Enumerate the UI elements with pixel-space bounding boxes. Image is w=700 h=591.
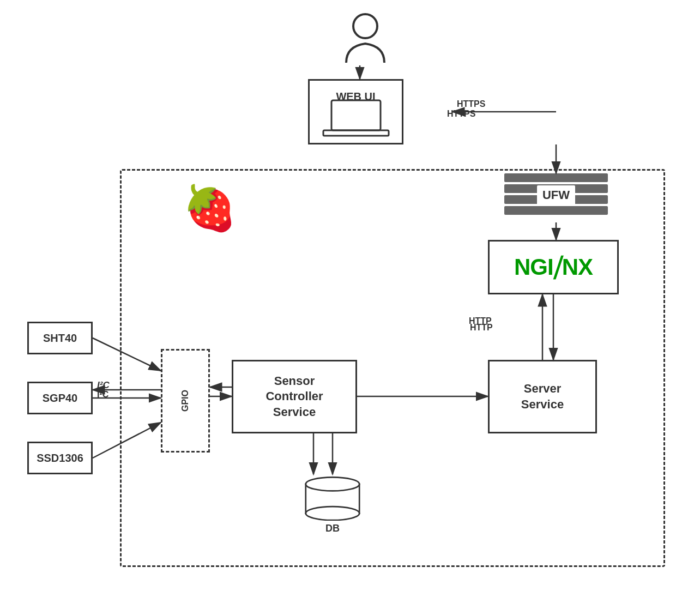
ufw-box: UFW xyxy=(502,173,611,222)
gpio-label: GPIO xyxy=(180,390,190,412)
webui-box: WEB UI xyxy=(308,79,403,144)
db-svg xyxy=(294,474,371,521)
svg-text:UFW: UFW xyxy=(542,188,570,202)
i2c-label: I²C xyxy=(97,390,108,400)
db-box: DB xyxy=(294,474,371,534)
webui-label: WEB UI xyxy=(310,91,402,103)
chip-sgp40: SGP40 xyxy=(27,382,93,414)
sensor-controller-label: SensorControllerService xyxy=(265,373,323,420)
rpi-icon: 🍓 xyxy=(183,183,237,234)
user-icon xyxy=(338,11,393,76)
nginx-label: NGI⧸NX xyxy=(514,254,593,280)
nginx-box: NGI⧸NX xyxy=(488,240,619,294)
chip-sht40-label: SHT40 xyxy=(43,332,77,345)
svg-rect-7 xyxy=(504,206,608,215)
svg-rect-4 xyxy=(504,173,608,182)
svg-rect-2 xyxy=(323,130,389,136)
http-label: HTTP xyxy=(469,316,492,326)
svg-rect-1 xyxy=(331,100,381,130)
gpio-box: GPIO xyxy=(161,349,210,453)
db-label: DB xyxy=(325,523,340,534)
server-service-label: ServerService xyxy=(521,381,564,412)
svg-text:HTTPS: HTTPS xyxy=(457,99,486,108)
chip-sht40: SHT40 xyxy=(27,322,93,354)
sensor-controller-box: SensorControllerService xyxy=(232,360,357,433)
diagram-container: WEB UI 🍓 UFW NGI⧸NX GPIO xyxy=(0,0,700,591)
svg-point-0 xyxy=(353,14,377,38)
user-svg xyxy=(341,11,390,65)
svg-text:I²C: I²C xyxy=(97,380,110,390)
server-service-box: ServerService xyxy=(488,360,597,433)
svg-point-11 xyxy=(306,477,359,491)
chip-sgp40-label: SGP40 xyxy=(43,392,77,405)
https-label: HTTPS xyxy=(447,109,475,119)
ufw-svg: UFW xyxy=(502,173,611,222)
svg-point-12 xyxy=(306,506,359,520)
chip-ssd1306-label: SSD1306 xyxy=(37,452,83,465)
chip-ssd1306: SSD1306 xyxy=(27,442,93,474)
laptop-svg xyxy=(321,98,391,138)
